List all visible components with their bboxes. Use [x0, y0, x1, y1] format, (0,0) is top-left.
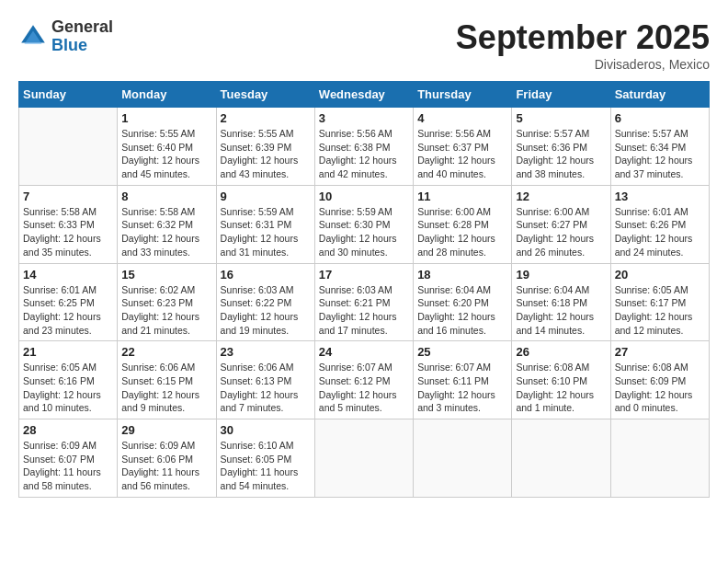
- calendar-cell: 22Sunrise: 6:06 AM Sunset: 6:15 PM Dayli…: [118, 341, 216, 419]
- calendar-cell: 11Sunrise: 6:00 AM Sunset: 6:28 PM Dayli…: [414, 185, 512, 263]
- day-info: Sunrise: 6:09 AM Sunset: 6:06 PM Dayligh…: [121, 439, 211, 493]
- day-info: Sunrise: 6:10 AM Sunset: 6:05 PM Dayligh…: [221, 439, 311, 493]
- calendar-cell: [314, 419, 413, 498]
- calendar-cell: 20Sunrise: 6:05 AM Sunset: 6:17 PM Dayli…: [610, 263, 709, 341]
- calendar-cell: 18Sunrise: 6:04 AM Sunset: 6:20 PM Dayli…: [414, 263, 512, 341]
- calendar-cell: 26Sunrise: 6:08 AM Sunset: 6:10 PM Dayli…: [512, 341, 610, 419]
- day-number: 15: [121, 268, 211, 282]
- day-number: 9: [221, 190, 311, 203]
- calendar-cell: 25Sunrise: 6:07 AM Sunset: 6:11 PM Dayli…: [414, 341, 512, 419]
- day-info: Sunrise: 5:55 AM Sunset: 6:40 PM Dayligh…: [121, 127, 211, 181]
- calendar-cell: 10Sunrise: 5:59 AM Sunset: 6:30 PM Dayli…: [314, 185, 413, 263]
- weekday-header-saturday: Saturday: [610, 82, 709, 108]
- page-header: General Blue September 2025 Divisaderos,…: [18, 18, 710, 72]
- calendar-cell: 23Sunrise: 6:06 AM Sunset: 6:13 PM Dayli…: [216, 341, 314, 419]
- weekday-header-thursday: Thursday: [414, 82, 512, 108]
- calendar-cell: 4Sunrise: 5:56 AM Sunset: 6:37 PM Daylig…: [414, 108, 512, 186]
- calendar-cell: 8Sunrise: 5:58 AM Sunset: 6:32 PM Daylig…: [118, 185, 216, 263]
- day-number: 17: [319, 268, 409, 282]
- day-number: 5: [516, 111, 606, 125]
- day-number: 27: [615, 345, 705, 359]
- calendar-cell: 5Sunrise: 5:57 AM Sunset: 6:36 PM Daylig…: [512, 108, 610, 186]
- day-number: 24: [319, 345, 409, 359]
- day-info: Sunrise: 5:56 AM Sunset: 6:38 PM Dayligh…: [319, 127, 409, 181]
- day-info: Sunrise: 5:55 AM Sunset: 6:39 PM Dayligh…: [221, 127, 311, 181]
- calendar-week-5: 28Sunrise: 6:09 AM Sunset: 6:07 PM Dayli…: [19, 419, 710, 498]
- calendar-cell: 3Sunrise: 5:56 AM Sunset: 6:38 PM Daylig…: [314, 108, 413, 186]
- calendar-cell: 29Sunrise: 6:09 AM Sunset: 6:06 PM Dayli…: [118, 419, 216, 498]
- day-info: Sunrise: 6:04 AM Sunset: 6:20 PM Dayligh…: [417, 283, 507, 338]
- calendar-cell: 7Sunrise: 5:58 AM Sunset: 6:33 PM Daylig…: [19, 185, 118, 263]
- weekday-header-sunday: Sunday: [19, 82, 118, 108]
- weekday-header-tuesday: Tuesday: [216, 82, 314, 108]
- day-info: Sunrise: 6:07 AM Sunset: 6:12 PM Dayligh…: [319, 361, 409, 415]
- day-number: 2: [221, 111, 311, 125]
- weekday-header-friday: Friday: [512, 82, 610, 108]
- month-title: September 2025: [456, 18, 710, 57]
- day-number: 29: [121, 423, 211, 437]
- day-number: 11: [417, 190, 507, 203]
- logo-text: General Blue: [51, 18, 113, 55]
- day-info: Sunrise: 5:59 AM Sunset: 6:30 PM Dayligh…: [319, 205, 409, 259]
- calendar-week-2: 7Sunrise: 5:58 AM Sunset: 6:33 PM Daylig…: [19, 185, 710, 263]
- weekday-header-monday: Monday: [118, 82, 216, 108]
- day-info: Sunrise: 6:01 AM Sunset: 6:26 PM Dayligh…: [615, 205, 705, 259]
- day-info: Sunrise: 5:58 AM Sunset: 6:32 PM Dayligh…: [121, 205, 211, 259]
- day-info: Sunrise: 6:00 AM Sunset: 6:28 PM Dayligh…: [417, 205, 507, 259]
- calendar-cell: 19Sunrise: 6:04 AM Sunset: 6:18 PM Dayli…: [512, 263, 610, 341]
- calendar-week-1: 1Sunrise: 5:55 AM Sunset: 6:40 PM Daylig…: [19, 108, 710, 186]
- day-info: Sunrise: 6:04 AM Sunset: 6:18 PM Dayligh…: [516, 283, 606, 338]
- calendar-cell: 9Sunrise: 5:59 AM Sunset: 6:31 PM Daylig…: [216, 185, 314, 263]
- day-info: Sunrise: 6:06 AM Sunset: 6:13 PM Dayligh…: [221, 361, 311, 415]
- day-info: Sunrise: 6:03 AM Sunset: 6:22 PM Dayligh…: [221, 283, 311, 338]
- day-info: Sunrise: 6:05 AM Sunset: 6:16 PM Dayligh…: [23, 361, 113, 415]
- calendar-cell: 1Sunrise: 5:55 AM Sunset: 6:40 PM Daylig…: [118, 108, 216, 186]
- day-number: 12: [516, 190, 606, 203]
- calendar-cell: [610, 419, 709, 498]
- day-info: Sunrise: 5:58 AM Sunset: 6:33 PM Dayligh…: [23, 205, 113, 259]
- day-number: 30: [221, 423, 311, 437]
- logo-blue: Blue: [51, 36, 87, 54]
- calendar-cell: 13Sunrise: 6:01 AM Sunset: 6:26 PM Dayli…: [610, 185, 709, 263]
- day-info: Sunrise: 6:00 AM Sunset: 6:27 PM Dayligh…: [516, 205, 606, 259]
- day-number: 6: [615, 111, 705, 125]
- day-info: Sunrise: 6:06 AM Sunset: 6:15 PM Dayligh…: [121, 361, 211, 415]
- calendar-cell: [19, 108, 118, 186]
- day-info: Sunrise: 6:08 AM Sunset: 6:10 PM Dayligh…: [516, 361, 606, 415]
- location-subtitle: Divisaderos, Mexico: [456, 57, 710, 72]
- calendar-cell: 24Sunrise: 6:07 AM Sunset: 6:12 PM Dayli…: [314, 341, 413, 419]
- day-info: Sunrise: 6:03 AM Sunset: 6:21 PM Dayligh…: [319, 283, 409, 338]
- day-number: 4: [417, 111, 507, 125]
- weekday-header-row: SundayMondayTuesdayWednesdayThursdayFrid…: [19, 82, 710, 108]
- day-info: Sunrise: 6:09 AM Sunset: 6:07 PM Dayligh…: [23, 439, 113, 493]
- day-number: 19: [516, 268, 606, 282]
- calendar-table: SundayMondayTuesdayWednesdayThursdayFrid…: [18, 81, 710, 498]
- day-number: 25: [417, 345, 507, 359]
- day-info: Sunrise: 5:59 AM Sunset: 6:31 PM Dayligh…: [221, 205, 311, 259]
- calendar-cell: 12Sunrise: 6:00 AM Sunset: 6:27 PM Dayli…: [512, 185, 610, 263]
- day-info: Sunrise: 5:56 AM Sunset: 6:37 PM Dayligh…: [417, 127, 507, 181]
- day-number: 22: [121, 345, 211, 359]
- day-info: Sunrise: 5:57 AM Sunset: 6:34 PM Dayligh…: [615, 127, 705, 181]
- calendar-cell: 21Sunrise: 6:05 AM Sunset: 6:16 PM Dayli…: [19, 341, 118, 419]
- day-number: 8: [121, 190, 211, 203]
- logo: General Blue: [18, 18, 113, 55]
- day-number: 20: [615, 268, 705, 282]
- calendar-cell: 6Sunrise: 5:57 AM Sunset: 6:34 PM Daylig…: [610, 108, 709, 186]
- day-number: 18: [417, 268, 507, 282]
- day-info: Sunrise: 6:02 AM Sunset: 6:23 PM Dayligh…: [121, 283, 211, 338]
- day-number: 28: [23, 423, 113, 437]
- calendar-cell: 15Sunrise: 6:02 AM Sunset: 6:23 PM Dayli…: [118, 263, 216, 341]
- calendar-cell: 2Sunrise: 5:55 AM Sunset: 6:39 PM Daylig…: [216, 108, 314, 186]
- day-number: 10: [319, 190, 409, 203]
- day-number: 26: [516, 345, 606, 359]
- day-number: 21: [23, 345, 113, 359]
- day-number: 13: [615, 190, 705, 203]
- day-number: 7: [23, 190, 113, 203]
- day-info: Sunrise: 5:57 AM Sunset: 6:36 PM Dayligh…: [516, 127, 606, 181]
- day-number: 3: [319, 111, 409, 125]
- calendar-week-4: 21Sunrise: 6:05 AM Sunset: 6:16 PM Dayli…: [19, 341, 710, 419]
- day-info: Sunrise: 6:05 AM Sunset: 6:17 PM Dayligh…: [615, 283, 705, 338]
- day-info: Sunrise: 6:01 AM Sunset: 6:25 PM Dayligh…: [23, 283, 113, 338]
- calendar-cell: [512, 419, 610, 498]
